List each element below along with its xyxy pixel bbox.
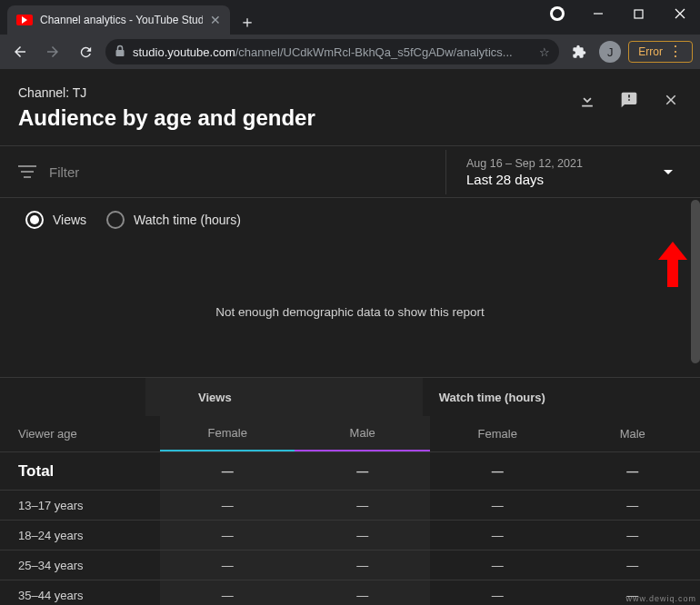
cell: —: [430, 521, 565, 550]
tab-title: Channel analytics - YouTube Stud: [40, 14, 203, 26]
page-content: Channel: TJ Audience by age and gender F…: [0, 69, 700, 605]
cell: —: [160, 580, 295, 605]
row-label: 13–17 years: [0, 491, 160, 520]
radio-checked-icon: [25, 211, 44, 229]
empty-state-message: Not enough demographic data to show this…: [0, 234, 700, 377]
cell: —: [430, 491, 565, 520]
tab-watch-time[interactable]: Watch time (hours): [106, 211, 241, 229]
tab-watch-label: Watch time (hours): [134, 213, 241, 227]
cell: —: [565, 521, 700, 550]
date-range-picker[interactable]: Aug 16 – Sep 12, 2021 Last 28 days: [445, 150, 682, 194]
extensions-icon[interactable]: [566, 39, 592, 64]
chevron-down-icon: [664, 170, 673, 174]
browser-tab[interactable]: Channel analytics - YouTube Stud ✕: [7, 5, 230, 35]
col-views-female[interactable]: Female: [160, 416, 295, 451]
cell: —: [295, 550, 430, 580]
radio-unchecked-icon: [106, 211, 125, 229]
col-group-views: Views: [145, 378, 284, 416]
filter-placeholder: Filter: [49, 164, 79, 180]
cell: —: [160, 550, 295, 580]
incognito-shield-icon[interactable]: [536, 0, 577, 27]
svg-rect-1: [635, 10, 643, 18]
filter-icon: [18, 165, 36, 178]
window-controls: [536, 0, 700, 27]
col-watch-female[interactable]: Female: [430, 416, 565, 451]
cell: —: [565, 550, 700, 580]
address-bar: studio.youtube.com/channel/UCdkWmRcl-Bkh…: [0, 35, 700, 69]
cell: —: [565, 452, 700, 490]
row-label: 18–24 years: [0, 521, 160, 550]
url-bar[interactable]: studio.youtube.com/channel/UCdkWmRcl-Bkh…: [105, 39, 559, 64]
url-text: studio.youtube.com/channel/UCdkWmRcl-Bkh…: [133, 45, 513, 59]
minimize-button[interactable]: [577, 0, 618, 27]
date-range-text: Aug 16 – Sep 12, 2021: [466, 157, 682, 170]
cell: —: [295, 452, 430, 490]
col-views-male[interactable]: Male: [295, 416, 430, 451]
tab-views[interactable]: Views: [25, 211, 86, 229]
forward-button[interactable]: [40, 39, 65, 64]
cell: —: [565, 491, 700, 520]
table-row-total: Total — — — —: [0, 452, 700, 491]
cell: —: [430, 550, 565, 580]
profile-avatar[interactable]: J: [599, 41, 621, 63]
page-header: Channel: TJ Audience by age and gender: [0, 69, 700, 145]
col-viewer-age: Viewer age: [0, 416, 160, 451]
date-range-label: Last 28 days: [466, 172, 682, 187]
table-row: 25–34 years — — — —: [0, 550, 700, 580]
col-group-watch: Watch time (hours): [423, 378, 561, 416]
youtube-favicon-icon: [16, 15, 33, 25]
error-button[interactable]: Error⋮: [628, 41, 693, 63]
cell: —: [430, 452, 565, 490]
download-icon[interactable]: [576, 89, 598, 111]
cell: —: [160, 491, 295, 520]
cell: —: [160, 452, 295, 490]
filter-button[interactable]: Filter: [18, 164, 445, 180]
filter-bar: Filter Aug 16 – Sep 12, 2021 Last 28 day…: [0, 145, 700, 198]
new-tab-button[interactable]: ＋: [239, 11, 255, 33]
lock-icon: [115, 45, 125, 60]
scrollbar[interactable]: [691, 200, 700, 363]
channel-label: Channel: TJ: [18, 85, 576, 100]
back-button[interactable]: [7, 39, 33, 64]
page-title: Audience by age and gender: [18, 105, 576, 131]
tab-views-label: Views: [53, 213, 86, 227]
table-row: 35–44 years — — — —: [0, 580, 700, 605]
maximize-button[interactable]: [618, 0, 659, 27]
cell: —: [295, 491, 430, 520]
cell: —: [295, 521, 430, 550]
svg-rect-4: [116, 50, 125, 56]
metric-tabs: Views Watch time (hours): [0, 198, 700, 234]
table-row: 18–24 years — — — —: [0, 521, 700, 550]
row-label: 25–34 years: [0, 550, 160, 580]
close-icon[interactable]: [660, 89, 682, 111]
close-tab-icon[interactable]: ✕: [210, 13, 221, 27]
demographics-table: Views Watch time (hours) Viewer age Fema…: [0, 377, 700, 605]
bookmark-star-icon[interactable]: ☆: [539, 45, 550, 59]
table-header-cols: Viewer age Female Male Female Male: [0, 416, 700, 452]
col-watch-male[interactable]: Male: [565, 416, 700, 451]
window-titlebar: Channel analytics - YouTube Stud ✕ ＋: [0, 0, 700, 35]
close-window-button[interactable]: [659, 0, 700, 27]
reload-button[interactable]: [73, 39, 98, 64]
cell: —: [160, 521, 295, 550]
feedback-icon[interactable]: [618, 89, 640, 111]
watermark: www.dewiq.com: [625, 594, 696, 603]
cell: —: [430, 580, 565, 605]
table-header-groups: Views Watch time (hours): [0, 378, 700, 416]
table-row: 13–17 years — — — —: [0, 491, 700, 521]
cell: —: [295, 580, 430, 605]
menu-dots-icon: ⋮: [668, 45, 683, 59]
row-label: Total: [0, 452, 160, 490]
row-label: 35–44 years: [0, 580, 160, 605]
